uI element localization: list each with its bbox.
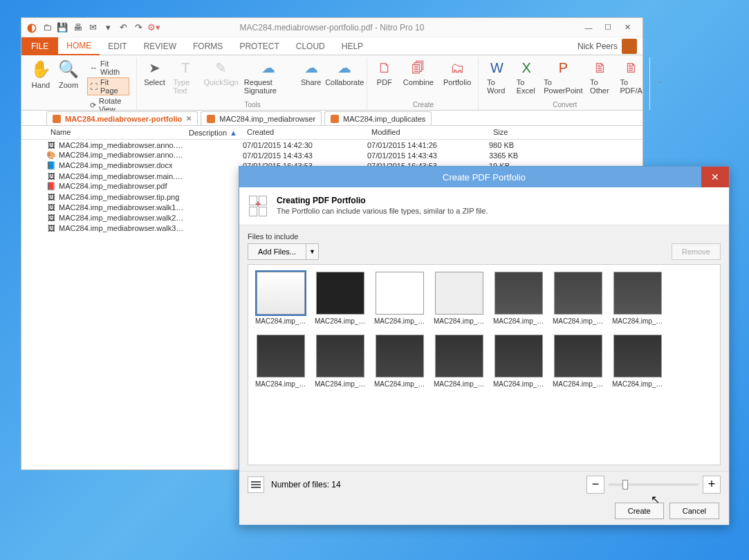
fit-page-button[interactable]: ⛶Fit Page [87,77,129,95]
type-text-button[interactable]: TType Text [170,57,201,96]
request-signature-button[interactable]: ☁Request Signature [241,57,295,96]
tab-edit[interactable]: EDIT [100,37,135,55]
quick-access-toolbar: ◐ 🗀 💾 🖶 ✉ ▾ ↶ ↷ ⚙▾ — ☐ ✕ [21,18,642,37]
to-excel-button[interactable]: XTo Excel [514,57,539,96]
document-tab[interactable]: MAC284.imp_duplicates [324,111,432,125]
dialog-title: Create PDF Portfolio [443,172,526,183]
thumbnail-item[interactable]: MAC284.imp_d... [255,335,306,388]
tab-help[interactable]: HELP [333,37,371,55]
file-row[interactable]: 🖼MAC284.imp_mediabrowser.anno.png 07/01/… [46,140,642,150]
thumbnail-preview [554,272,602,315]
zoom-in-button[interactable]: + [703,476,721,494]
col-size[interactable]: Size [489,126,642,139]
add-files-dropdown[interactable]: ▼ [306,243,319,260]
file-type-icon: 🖼 [46,141,56,149]
to-pdfa-button[interactable]: 🗎To PDF/A [618,57,646,96]
close-button[interactable]: ✕ [622,22,633,33]
file-type-icon: 📘 [46,162,56,170]
to-word-button[interactable]: WTo Word [484,57,509,96]
create-button[interactable]: Create [615,503,664,519]
hand-tool-button[interactable]: ✋ Hand [29,57,53,91]
pdf-tab-icon [331,115,339,123]
thumbnail-caption: MAC284.imp_d... [255,317,306,325]
print-icon[interactable]: 🖶 [71,21,84,34]
col-name[interactable]: Name [46,126,185,139]
save-icon[interactable]: 💾 [56,21,68,34]
redo-icon[interactable]: ↷ [132,21,145,34]
thumbnail-item[interactable]: MAC284.imp_d... [493,335,544,388]
cancel-button[interactable]: Cancel [669,503,719,519]
email-icon[interactable]: ✉ [86,21,99,34]
doc-tab-label: MAC284.imp_duplicates [343,115,425,123]
dropdown-icon[interactable]: ▾ [102,21,114,34]
customize-icon[interactable]: ⚙▾ [147,21,160,34]
file-count-label: Number of files: 14 [271,480,341,489]
zoom-slider[interactable] [609,483,699,486]
zoom-out-button[interactable]: − [586,476,604,494]
combine-icon: 🗐 [409,59,427,77]
thumbnail-item[interactable]: MAC284.imp_d... [493,272,544,325]
tab-file[interactable]: FILE [21,37,58,55]
quicksign-button[interactable]: ✎QuickSign [205,57,237,88]
to-powerpoint-button[interactable]: PTo PowerPoint [544,57,583,96]
thumbnail-item[interactable]: MAC284.imp_d... [553,272,604,325]
tab-protect[interactable]: PROTECT [231,37,287,55]
dialog-footer: Create Cancel [239,497,729,525]
thumbnail-preview [257,335,305,377]
add-files-button[interactable]: Add Files... [248,243,306,260]
undo-icon[interactable]: ↶ [117,21,129,34]
cloud-share-icon: ☁ [302,59,320,77]
combine-button[interactable]: 🗐Combine [400,57,436,88]
col-description[interactable]: Description▲ [185,126,243,139]
maximize-button[interactable]: ☐ [602,22,613,33]
thumbnail-item[interactable]: MAC284.imp_d... [434,272,485,325]
thumbnail-caption: MAC284.imp_d... [374,317,425,325]
to-other-button[interactable]: 🗎To Other [587,57,613,96]
dialog-close-button[interactable]: ✕ [701,167,729,187]
file-type-icon: 🖼 [46,193,56,201]
user-menu[interactable]: Nick Peers [572,39,642,54]
file-row[interactable]: 🎨MAC284.imp_mediabrowser.anno.psd 07/01/… [46,150,642,160]
tab-cloud[interactable]: CLOUD [288,37,333,55]
portfolio-button[interactable]: 🗂Portfolio [441,57,474,88]
thumbnail-item[interactable]: MAC284.imp_d... [612,272,663,325]
user-name: Nick Peers [577,41,618,51]
thumbnail-preview [257,272,305,315]
thumbnail-item[interactable]: MAC284.imp_d... [612,335,663,388]
thumbnail-item[interactable]: MAC284.imp_d... [315,272,366,325]
thumbnail-item[interactable]: MAC284.imp_d... [315,335,366,388]
open-icon[interactable]: 🗀 [41,21,53,34]
collaborate-button[interactable]: ☁Collaborate [327,57,362,88]
document-tab[interactable]: MAC284.imp_mediabrowser [201,111,322,125]
document-tab[interactable]: MAC284.mediabrowser-portfolio ✕ [46,111,198,125]
thumbnail-item[interactable]: MAC284.imp_d... [255,272,306,325]
pdf-button[interactable]: 🗋PDF [373,57,396,88]
list-view-toggle[interactable] [248,476,264,493]
minimize-button[interactable]: — [583,22,594,33]
file-type-icon: 🖼 [46,214,56,222]
thumbnail-item[interactable]: MAC284.imp_d... [553,335,604,388]
collapse-ribbon-button[interactable]: ⌃ [651,77,668,91]
pdf-new-icon: 🗋 [376,59,394,77]
zoom-button[interactable]: 🔍 Zoom [57,57,80,91]
portfolio-header-icon: + [249,196,270,216]
cloud-sign-icon: ☁ [259,59,277,77]
close-tab-icon[interactable]: ✕ [186,115,192,122]
pdf-tab-icon [207,115,215,123]
col-modified[interactable]: Modified [367,126,489,139]
tab-review[interactable]: REVIEW [136,37,185,55]
thumbnail-preview [435,272,483,315]
remove-button[interactable]: Remove [672,243,721,260]
thumbnail-item[interactable]: MAC284.imp_d... [374,272,425,325]
thumbnail-item[interactable]: MAC284.imp_d... [374,335,425,388]
tab-forms[interactable]: FORMS [185,37,231,55]
slider-knob[interactable] [622,480,628,489]
fit-width-button[interactable]: ↔Fit Width [87,59,129,77]
select-button[interactable]: ➤Select [142,57,166,88]
tab-home[interactable]: HOME [58,37,100,55]
group-label-create: Create [413,101,434,109]
col-created[interactable]: Created [243,126,367,139]
thumbnail-item[interactable]: MAC284.imp_d... [434,335,485,388]
share-button[interactable]: ☁Share [299,57,323,88]
document-tabs: MAC284.mediabrowser-portfolio ✕ MAC284.i… [21,111,642,126]
